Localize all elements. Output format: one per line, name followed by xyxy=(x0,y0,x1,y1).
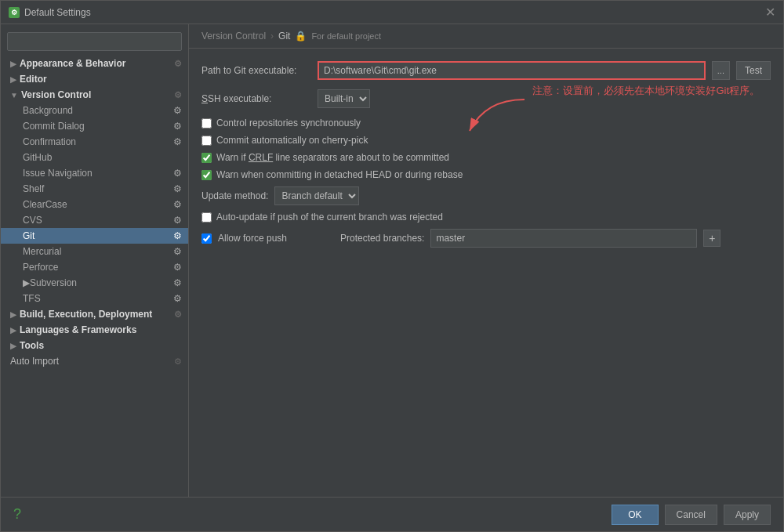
expand-arrow: ▶ xyxy=(10,310,16,319)
update-method-select[interactable]: Branch default Merge Rebase xyxy=(274,186,359,205)
crlf-label: Warn if CRLF line separators are about t… xyxy=(216,152,449,163)
expand-arrow: ▶ xyxy=(10,342,16,350)
settings-icon: ⚙ xyxy=(173,121,182,132)
sidebar-item-auto-import[interactable]: Auto Import ⚙ xyxy=(1,353,188,369)
protected-branches-input[interactable] xyxy=(430,229,697,248)
content-area: ▶Appearance & Behavior ⚙ ▶Editor ▼Versio… xyxy=(1,24,783,497)
sidebar-item-cvs[interactable]: CVS ⚙ xyxy=(1,212,188,228)
settings-icon: ⚙ xyxy=(174,309,182,320)
sidebar-item-editor[interactable]: ▶Editor xyxy=(1,71,188,87)
settings-icon: ⚙ xyxy=(173,168,182,179)
sidebar: ▶Appearance & Behavior ⚙ ▶Editor ▼Versio… xyxy=(1,24,189,497)
sidebar-item-version-control[interactable]: ▼Version Control ⚙ xyxy=(1,87,188,103)
settings-window: ⚙ Default Settings ✕ ▶Appearance & Behav… xyxy=(0,0,784,532)
settings-icon: ⚙ xyxy=(173,293,182,304)
expand-arrow: ▶ xyxy=(10,75,16,84)
project-tag: For default project xyxy=(311,31,381,41)
sidebar-item-languages[interactable]: ▶Languages & Frameworks xyxy=(1,322,188,338)
add-protected-button[interactable]: + xyxy=(703,230,720,247)
sidebar-item-clearcase[interactable]: ClearCase ⚙ xyxy=(1,197,188,212)
expand-arrow: ▼ xyxy=(10,91,18,100)
breadcrumb-sep1: › xyxy=(270,31,274,42)
sidebar-item-background[interactable]: Background ⚙ xyxy=(1,103,188,118)
sidebar-item-appearance[interactable]: ▶Appearance & Behavior ⚙ xyxy=(1,56,188,71)
cherry-pick-checkbox[interactable] xyxy=(201,136,212,146)
main-panel: Version Control › Git 🔒 For default proj… xyxy=(189,24,783,497)
sidebar-item-commit-dialog[interactable]: Commit Dialog ⚙ xyxy=(1,118,188,134)
auto-update-row: Auto-update if push of the current branc… xyxy=(201,212,771,223)
settings-icon: ⚙ xyxy=(173,199,182,210)
update-method-label: Update method: xyxy=(201,190,268,201)
settings-icon: ⚙ xyxy=(174,356,182,367)
sidebar-item-mercurial[interactable]: Mercurial ⚙ xyxy=(1,244,188,259)
force-push-row: Allow force push Protected branches: + xyxy=(201,229,771,248)
expand-arrow: ▶ xyxy=(23,277,30,288)
search-input[interactable] xyxy=(7,32,182,51)
settings-icon: ⚙ xyxy=(174,59,182,69)
window-title: Default Settings xyxy=(24,7,91,18)
auto-update-checkbox[interactable] xyxy=(201,212,212,223)
test-button[interactable]: Test xyxy=(736,61,771,80)
sync-repos-label: Control repositories synchronously xyxy=(216,118,361,128)
help-button[interactable]: ? xyxy=(13,506,21,523)
app-icon: ⚙ xyxy=(9,7,20,18)
detached-row: Warn when committing in detached HEAD or… xyxy=(201,169,771,180)
expand-arrow: ▶ xyxy=(10,326,16,335)
force-push-label: Allow force push xyxy=(218,233,287,244)
git-path-input[interactable] xyxy=(318,61,706,80)
settings-icon: ⚙ xyxy=(173,215,182,226)
settings-icon: ⚙ xyxy=(173,230,182,241)
breadcrumb: Version Control › Git 🔒 For default proj… xyxy=(189,24,783,49)
crlf-row: Warn if CRLF line separators are about t… xyxy=(201,152,771,163)
settings-icon: ⚙ xyxy=(173,136,182,147)
lock-icon: 🔒 xyxy=(295,31,307,42)
sidebar-item-github[interactable]: GitHub xyxy=(1,150,188,165)
settings-icon: ⚙ xyxy=(173,183,182,194)
settings-icon: ⚙ xyxy=(173,262,182,273)
breadcrumb-version-control: Version Control xyxy=(201,31,266,42)
sidebar-item-perforce[interactable]: Perforce ⚙ xyxy=(1,259,188,275)
annotation-arrow xyxy=(462,92,532,139)
sidebar-item-shelf[interactable]: Shelf ⚙ xyxy=(1,181,188,197)
footer: ? OK Cancel Apply xyxy=(1,497,783,531)
annotation-text: 注意：设置前，必须先在本地环境安装好Git程序。 xyxy=(532,84,760,98)
git-path-label: Path to Git executable: xyxy=(201,65,311,76)
annotation-container: 注意：设置前，必须先在本地环境安装好Git程序。 xyxy=(227,92,760,98)
ok-button[interactable]: OK xyxy=(612,505,658,525)
protected-branches-label: Protected branches: xyxy=(340,233,424,244)
settings-icon: ⚙ xyxy=(173,105,182,116)
titlebar: ⚙ Default Settings ✕ xyxy=(1,1,783,24)
force-push-checkbox[interactable] xyxy=(201,233,212,244)
sidebar-item-build[interactable]: ▶Build, Execution, Deployment ⚙ xyxy=(1,306,188,322)
expand-arrow: ▶ xyxy=(10,60,16,68)
auto-update-label: Auto-update if push of the current branc… xyxy=(216,212,443,223)
crlf-checkbox[interactable] xyxy=(201,153,212,163)
detached-checkbox[interactable] xyxy=(201,170,212,180)
breadcrumb-git: Git xyxy=(278,31,290,42)
sidebar-item-issue-navigation[interactable]: Issue Navigation ⚙ xyxy=(1,165,188,181)
cancel-button[interactable]: Cancel xyxy=(665,505,717,525)
sidebar-item-confirmation[interactable]: Confirmation ⚙ xyxy=(1,134,188,150)
git-path-row: Path to Git executable: ... Test xyxy=(201,61,771,80)
settings-panel: Path to Git executable: ... Test SSH exe… xyxy=(189,49,783,497)
sync-repos-checkbox[interactable] xyxy=(201,118,212,128)
browse-button[interactable]: ... xyxy=(712,61,730,80)
settings-icon: ⚙ xyxy=(173,246,182,257)
sidebar-item-subversion[interactable]: ▶Subversion ⚙ xyxy=(1,275,188,291)
apply-button[interactable]: Apply xyxy=(724,505,771,525)
update-method-row: Update method: Branch default Merge Reba… xyxy=(201,186,771,205)
sidebar-item-tools[interactable]: ▶Tools xyxy=(1,338,188,353)
cherry-pick-label: Commit automatically on cherry-pick xyxy=(216,135,368,146)
sidebar-item-git[interactable]: Git ⚙ xyxy=(1,228,188,244)
close-button[interactable]: ✕ xyxy=(765,6,775,19)
settings-icon: ⚙ xyxy=(174,90,182,100)
detached-label: Warn when committing in detached HEAD or… xyxy=(216,169,463,180)
footer-buttons: OK Cancel Apply xyxy=(612,505,771,525)
sidebar-item-tfs[interactable]: TFS ⚙ xyxy=(1,291,188,306)
settings-icon: ⚙ xyxy=(173,277,182,288)
titlebar-left: ⚙ Default Settings xyxy=(9,7,91,18)
